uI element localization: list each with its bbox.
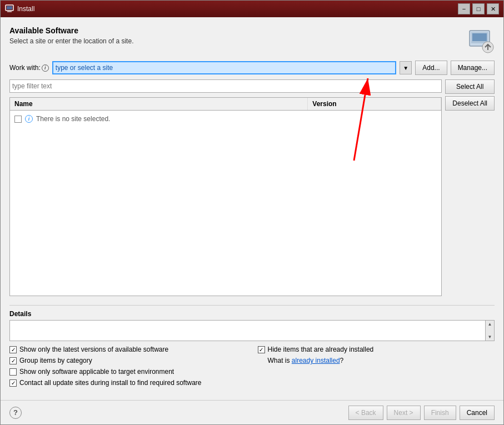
title-bar-controls: − □ ✕ [458, 3, 499, 14]
col-name: Name [10, 98, 308, 110]
scroll-up-icon[interactable]: ▲ [488, 322, 492, 327]
bottom-bar: ? < Back Next > Finish Cancel [1, 400, 503, 424]
bottom-help: ? [9, 407, 344, 419]
bottom-buttons: < Back Next > Finish Cancel [348, 406, 495, 420]
software-table: Name Version i There is no site selected… [9, 97, 442, 296]
option-label-4: Show only software applicable to target … [19, 368, 174, 376]
table-body: i There is no site selected. [10, 111, 441, 296]
content-area: Available Software Select a site or ente… [1, 17, 503, 400]
header-icon [467, 26, 495, 54]
already-installed-suffix: ? [340, 357, 344, 364]
title-bar-icon [5, 4, 14, 13]
title-bar-text: Install [17, 5, 458, 13]
row-checkbox[interactable] [14, 116, 22, 123]
page-subtitle: Select a site or enter the location of a… [9, 37, 467, 45]
col-version: Version [308, 98, 441, 110]
details-label: Details [9, 310, 495, 318]
help-icon[interactable]: ? [9, 407, 22, 419]
already-installed-text: What is already installed? [258, 357, 495, 364]
option-checkbox-4[interactable] [9, 368, 17, 376]
option-item-1[interactable]: Show only the latest versions of availab… [9, 346, 247, 353]
dropdown-arrow[interactable]: ▼ [400, 61, 412, 74]
svg-rect-2 [7, 11, 12, 12]
option-checkbox-3[interactable] [9, 357, 17, 364]
option-checkbox-5[interactable] [9, 379, 17, 387]
scroll-down-icon[interactable]: ▼ [488, 334, 492, 339]
options-col-left: Show only the latest versions of availab… [9, 346, 247, 387]
page-title: Available Software [9, 26, 467, 35]
option-item-5[interactable]: Contact all update sites during install … [9, 379, 247, 387]
main-content-area: Name Version i There is no site selected… [9, 79, 495, 296]
close-button[interactable]: ✕ [487, 3, 499, 14]
work-with-label: Work with: i [9, 64, 49, 72]
options-col-right: Hide items that are already installed Wh… [258, 346, 495, 387]
svg-rect-1 [7, 6, 12, 9]
details-box: ▲ ▼ [9, 320, 495, 341]
already-installed-link[interactable]: already installed [292, 357, 340, 364]
header-text: Available Software Select a site or ente… [9, 26, 467, 45]
option-label-1: Show only the latest versions of availab… [19, 346, 168, 353]
option-label-3: Group items by category [19, 357, 92, 364]
cancel-button[interactable]: Cancel [460, 406, 495, 420]
title-bar: Install − □ ✕ [1, 1, 503, 17]
svg-rect-5 [472, 33, 487, 41]
filter-row [9, 79, 442, 93]
install-window: Install − □ ✕ Available Software Select … [0, 0, 504, 425]
finish-button[interactable]: Finish [424, 406, 456, 420]
deselect-all-button[interactable]: Deselect All [445, 96, 495, 111]
details-section: Details ▲ ▼ [9, 310, 495, 341]
row-info-icon: i [25, 115, 33, 123]
option-checkbox-1[interactable] [9, 346, 17, 353]
details-scrollbar: ▲ ▼ [485, 321, 494, 341]
divider [9, 305, 495, 306]
work-with-input[interactable] [52, 61, 396, 74]
option-label-5: Contact all update sites during install … [19, 379, 202, 387]
option-checkbox-2[interactable] [258, 346, 265, 353]
next-button[interactable]: Next > [387, 406, 421, 420]
side-buttons: Select All Deselect All [445, 79, 495, 296]
table-row: i There is no site selected. [14, 113, 437, 125]
add-button[interactable]: Add... [415, 61, 447, 75]
already-installed-prefix: What is [268, 357, 292, 364]
back-button[interactable]: < Back [348, 406, 383, 420]
row-message: There is no site selected. [36, 115, 110, 123]
manage-button[interactable]: Manage... [451, 61, 495, 75]
maximize-button[interactable]: □ [472, 3, 485, 14]
work-with-row: Work with: i ▼ Add... Manage... [9, 61, 495, 75]
filter-input[interactable] [9, 79, 442, 93]
option-item-4[interactable]: Show only software applicable to target … [9, 368, 247, 376]
select-all-button[interactable]: Select All [445, 79, 495, 94]
info-icon: i [42, 64, 49, 72]
option-item-3[interactable]: Group items by category [9, 357, 247, 364]
options-section: Show only the latest versions of availab… [9, 346, 495, 387]
details-content [10, 321, 485, 341]
option-label-2: Hide items that are already installed [268, 346, 374, 353]
header-section: Available Software Select a site or ente… [9, 26, 495, 54]
option-item-2[interactable]: Hide items that are already installed [258, 346, 495, 353]
minimize-button[interactable]: − [458, 3, 470, 14]
table-header: Name Version [10, 98, 441, 111]
